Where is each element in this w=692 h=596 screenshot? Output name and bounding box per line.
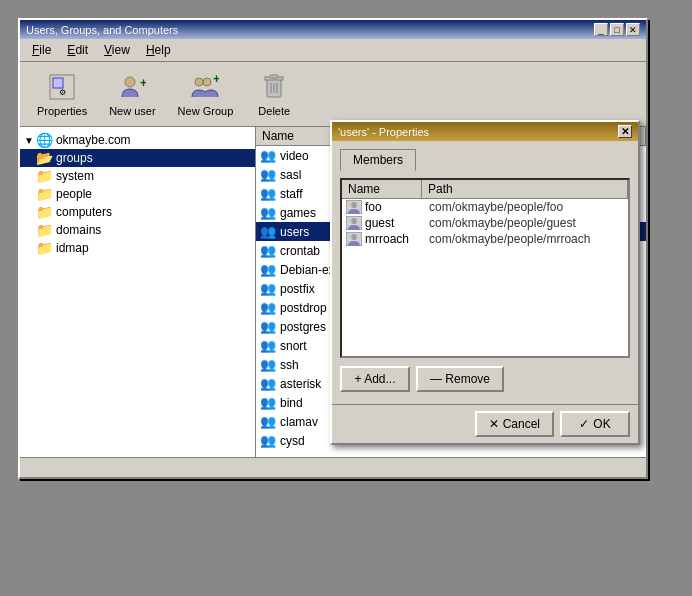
status-bar	[20, 457, 646, 477]
delete-button[interactable]: Delete	[246, 66, 302, 122]
svg-rect-10	[270, 75, 278, 78]
svg-text:⚙: ⚙	[59, 88, 66, 97]
tree-panel[interactable]: ▼ 🌐 okmaybe.com 📂 groups 📁 system 📁 peop…	[20, 127, 256, 457]
name-header: Name	[342, 180, 422, 198]
menubar: File Edit View Help	[20, 39, 646, 62]
svg-point-19	[351, 234, 357, 240]
delete-label: Delete	[258, 105, 290, 117]
member-name-guest: guest	[365, 216, 429, 230]
list-item-cysd-label: cysd	[280, 434, 305, 448]
folder-icon-domains: 📁	[36, 222, 53, 238]
group-icon-postfix: 👥	[260, 281, 276, 296]
menu-file[interactable]: File	[26, 41, 57, 59]
list-item-ssh-label: ssh	[280, 358, 299, 372]
new-group-icon: +	[189, 71, 221, 103]
tree-item-computers[interactable]: 📁 computers	[20, 203, 255, 221]
group-icon-postgres: 👥	[260, 319, 276, 334]
tree-item-people-label: people	[56, 187, 92, 201]
add-button-label: + Add...	[354, 372, 395, 386]
group-icon-ssh: 👥	[260, 357, 276, 372]
tree-item-system[interactable]: 📁 system	[20, 167, 255, 185]
add-remove-buttons: + Add... — Remove	[340, 366, 630, 392]
tree-item-groups[interactable]: 📂 groups	[20, 149, 255, 167]
member-name-foo: foo	[365, 200, 429, 214]
group-icon-snort: 👥	[260, 338, 276, 353]
svg-text:+: +	[140, 76, 146, 90]
dialog-body: Members Name Path foo com/okmaybe/people…	[332, 141, 638, 404]
properties-label: Properties	[37, 105, 87, 117]
tree-item-system-label: system	[56, 169, 94, 183]
list-item-games-label: games	[280, 206, 316, 220]
tab-members[interactable]: Members	[340, 149, 416, 171]
list-item-bind-label: bind	[280, 396, 303, 410]
tab-members-label: Members	[353, 153, 403, 167]
tree-item-idmap[interactable]: 📁 idmap	[20, 239, 255, 257]
menu-view[interactable]: View	[98, 41, 136, 59]
tab-bar: Members	[340, 149, 630, 170]
ok-button[interactable]: ✓ OK	[560, 411, 630, 437]
group-icon-video: 👥	[260, 148, 276, 163]
add-button[interactable]: + Add...	[340, 366, 410, 392]
remove-button[interactable]: — Remove	[416, 366, 504, 392]
tree-item-people[interactable]: 📁 people	[20, 185, 255, 203]
dialog-title-text: 'users' - Properties	[338, 126, 429, 138]
menu-help[interactable]: Help	[140, 41, 177, 59]
folder-icon-system: 📁	[36, 168, 53, 184]
minimize-button[interactable]: _	[594, 23, 608, 36]
maximize-button[interactable]: □	[610, 23, 624, 36]
folder-icon-idmap: 📁	[36, 240, 53, 256]
svg-point-15	[351, 202, 357, 208]
ok-button-label: OK	[593, 417, 610, 431]
member-path-mrroach: com/okmaybe/people/mrroach	[429, 232, 624, 246]
folder-icon-computers: 📁	[36, 204, 53, 220]
tree-item-domains-label: domains	[56, 223, 101, 237]
group-icon-cysd: 👥	[260, 433, 276, 448]
new-group-button[interactable]: + New Group	[169, 66, 243, 122]
cancel-icon: ✕	[489, 417, 499, 431]
group-icon-debian: 👥	[260, 262, 276, 277]
tree-root[interactable]: ▼ 🌐 okmaybe.com	[20, 131, 255, 149]
expand-arrow: ▼	[24, 135, 34, 146]
group-icon-crontab: 👥	[260, 243, 276, 258]
tree-item-domains[interactable]: 📁 domains	[20, 221, 255, 239]
members-table-header: Name Path	[342, 180, 628, 199]
svg-point-17	[351, 218, 357, 224]
new-user-button[interactable]: + New user	[100, 66, 164, 122]
group-icon-users: 👥	[260, 224, 276, 239]
member-path-foo: com/okmaybe/people/foo	[429, 200, 624, 214]
menu-edit[interactable]: Edit	[61, 41, 94, 59]
remove-button-label: — Remove	[430, 372, 490, 386]
dialog-title-bar: 'users' - Properties ✕	[332, 122, 638, 141]
svg-point-3	[125, 77, 135, 87]
cancel-button[interactable]: ✕ Cancel	[475, 411, 554, 437]
list-item-crontab-label: crontab	[280, 244, 320, 258]
user-icon-mrroach	[346, 232, 362, 246]
domain-icon: 🌐	[36, 132, 53, 148]
group-icon-staff: 👥	[260, 186, 276, 201]
close-button[interactable]: ✕	[626, 23, 640, 36]
delete-icon	[258, 71, 290, 103]
list-item-video-label: video	[280, 149, 309, 163]
user-icon-foo	[346, 200, 362, 214]
new-user-label: New user	[109, 105, 155, 117]
member-row-guest[interactable]: guest com/okmaybe/people/guest	[342, 215, 628, 231]
new-user-icon: +	[116, 71, 148, 103]
member-row-mrroach[interactable]: mrroach com/okmaybe/people/mrroach	[342, 231, 628, 247]
ok-icon: ✓	[579, 417, 589, 431]
path-header: Path	[422, 180, 628, 198]
toolbar: ⚙ Properties + New user +	[20, 62, 646, 127]
title-bar-buttons: _ □ ✕	[594, 23, 640, 36]
group-icon-bind: 👥	[260, 395, 276, 410]
tree-item-groups-label: groups	[56, 151, 93, 165]
title-bar: Users, Groups, and Computers _ □ ✕	[20, 20, 646, 39]
members-table[interactable]: Name Path foo com/okmaybe/people/foo	[340, 178, 630, 358]
dialog-close-button[interactable]: ✕	[618, 125, 632, 138]
member-name-mrroach: mrroach	[365, 232, 429, 246]
list-item-postfix-label: postfix	[280, 282, 315, 296]
member-row-foo[interactable]: foo com/okmaybe/people/foo	[342, 199, 628, 215]
properties-button[interactable]: ⚙ Properties	[28, 66, 96, 122]
cancel-button-label: Cancel	[503, 417, 540, 431]
tree-root-label: okmaybe.com	[56, 133, 131, 147]
folder-icon-people: 📁	[36, 186, 53, 202]
list-item-users-label: users	[280, 225, 309, 239]
